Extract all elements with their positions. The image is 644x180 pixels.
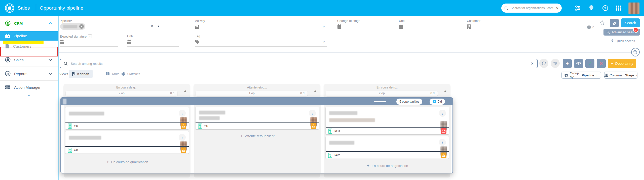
pipeline-caret-icon[interactable]: ▼ xyxy=(157,25,160,27)
change-of-stage-calendar-icon[interactable] xyxy=(337,24,342,29)
sidebar-item-label: Customers xyxy=(13,44,31,48)
apps-grid-icon[interactable] xyxy=(614,0,624,16)
activity-caret-icon[interactable]: ▽ xyxy=(323,25,325,28)
chip-remove-icon[interactable]: ✕ xyxy=(79,24,84,29)
pipeline-filter-chip[interactable]: ✕ xyxy=(60,23,85,30)
quick-access-button[interactable]: Quick access xyxy=(611,39,635,43)
warning-badge-icon[interactable] xyxy=(181,147,186,153)
column-duration: 0 d xyxy=(300,92,305,95)
field-underline xyxy=(60,32,179,32)
customer-caret-icon[interactable]: ▽ xyxy=(592,25,594,28)
warning-badge-icon[interactable] xyxy=(181,123,186,129)
results-search-bar[interactable]: ✕ xyxy=(60,59,538,68)
sidebar-item-crm[interactable]: CRM xyxy=(0,19,58,28)
until2-calendar-icon[interactable] xyxy=(127,40,131,44)
split-button[interactable]: ÷ xyxy=(563,59,572,68)
group-by-button[interactable]: Group by: Pipeline ▼ xyxy=(561,72,601,79)
clear-search-icon[interactable]: ✕ xyxy=(556,6,559,10)
filter-label-until-2: Until xyxy=(127,35,133,38)
sort-button[interactable] xyxy=(551,59,560,68)
tab-kanban[interactable]: Kanban xyxy=(69,70,93,78)
opportunity-card[interactable]: ⋮ $ k€2 xyxy=(326,136,449,159)
preferences-sliders-icon[interactable] xyxy=(573,0,583,16)
redacted-card-title xyxy=(329,111,357,115)
refresh-icon xyxy=(542,61,546,66)
kebab-menu-icon[interactable]: ⋮ xyxy=(439,110,446,117)
quick-access-label: Quick access xyxy=(616,39,635,43)
columns-label: Columns: xyxy=(610,73,623,77)
divide-icon: ÷ xyxy=(566,61,569,67)
warning-badge-icon[interactable] xyxy=(441,153,446,158)
sidebar-item-action-manager[interactable]: Action Manager xyxy=(0,82,58,92)
column-header-qualification[interactable]: En cours de q... 2 op 0 d ◀ xyxy=(64,84,190,97)
search-button[interactable]: Search xyxy=(621,18,640,27)
column-header-negociation[interactable]: En cours de n... 2 op 0 d ◀ xyxy=(324,84,450,97)
sidebar-item-pipeline[interactable]: Pipeline xyxy=(0,31,58,41)
warning-badge-icon[interactable] xyxy=(311,123,316,129)
chevron-up-icon[interactable] xyxy=(49,22,52,24)
until-calendar-icon[interactable] xyxy=(399,24,403,29)
mail-badge-icon[interactable] xyxy=(441,128,446,134)
opportunity-card[interactable]: ⋮ $ k€3 xyxy=(326,107,449,134)
column-header-attente[interactable]: Attente retou... 1 op 0 d ◀ xyxy=(194,84,320,97)
global-search-input[interactable] xyxy=(510,6,554,10)
card-footer: $ €0 xyxy=(65,146,189,154)
compare-button[interactable] xyxy=(574,59,583,68)
user-avatar[interactable] xyxy=(628,3,639,14)
kebab-menu-icon[interactable]: ⋮ xyxy=(179,110,186,117)
sidebar-item-label: Action Manager xyxy=(14,85,41,89)
collapse-filters-button[interactable] xyxy=(631,48,640,56)
svg-text:$: $ xyxy=(69,150,70,152)
filter-label-pipeline: Pipeline* xyxy=(60,19,72,23)
activity-field[interactable]: ... xyxy=(195,25,204,29)
clear-filters-button[interactable] xyxy=(610,19,619,27)
kebab-menu-icon[interactable]: ⋮ xyxy=(439,139,446,146)
dropdown-box-icon[interactable]: ▼ xyxy=(88,35,92,38)
confirm-button[interactable]: ✓ xyxy=(585,59,594,68)
sidebar-item-sales[interactable]: Sales xyxy=(0,55,58,65)
views-label: Views xyxy=(59,72,68,76)
tab-statistics[interactable]: Statistics xyxy=(118,70,143,78)
tag-field[interactable]: ... xyxy=(195,40,204,44)
collapse-column-icon[interactable]: ◀ xyxy=(314,89,316,93)
plus-icon: + xyxy=(611,61,613,66)
new-opportunity-button[interactable]: + Opportunity xyxy=(608,59,636,68)
clear-results-icon[interactable]: ✕ xyxy=(531,62,534,66)
sidebar-divider xyxy=(0,67,58,67)
kanban-column-qualification: ⋮ $ €0 ⋮ $ €0 + En cour xyxy=(64,105,191,173)
add-opportunity-qualification[interactable]: + En cours de qualification xyxy=(64,160,191,164)
pipeline-clear-icon[interactable]: ✕ xyxy=(150,24,154,28)
global-search[interactable]: ✕ xyxy=(501,4,562,13)
columns-button[interactable]: Columns: Stage ▼ xyxy=(604,72,637,79)
sidebar-item-reports[interactable]: Reports xyxy=(0,69,58,79)
customer-field[interactable]: ... xyxy=(467,24,475,29)
field-underline xyxy=(467,32,586,32)
chevron-down-icon[interactable] xyxy=(49,59,52,61)
lightbulb-icon[interactable] xyxy=(586,0,596,16)
kanban-column-negociation: ⋮ $ k€3 ⋮ $ k€2 + En co xyxy=(324,105,451,173)
expected-signature-calendar-icon[interactable] xyxy=(60,40,64,44)
favorite-star-icon[interactable] xyxy=(600,20,605,25)
plus-icon: + xyxy=(106,160,109,164)
opportunity-card[interactable]: ⋮ $ €0 xyxy=(65,131,189,154)
kebab-menu-icon[interactable]: ⋮ xyxy=(309,110,316,117)
group-duration-text: 0 d xyxy=(438,100,442,103)
help-icon[interactable]: ? xyxy=(600,0,610,16)
collapse-column-icon[interactable]: ◀ xyxy=(184,89,186,93)
tag-caret-icon[interactable]: ▽ xyxy=(323,40,325,43)
sidebar-item-customers[interactable]: Customers xyxy=(0,42,58,50)
sidebar-collapse-button[interactable]: « xyxy=(0,92,58,99)
chevron-down-icon[interactable] xyxy=(49,73,52,75)
kebab-menu-icon[interactable]: ⋮ xyxy=(179,134,186,141)
reject-button[interactable]: ✕ xyxy=(597,59,606,68)
results-search-input[interactable] xyxy=(70,62,528,66)
group-header-band[interactable]: 5 opportunities 0 d xyxy=(61,98,452,105)
opportunity-card[interactable]: ⋮ $ €0 xyxy=(196,107,319,129)
refresh-button[interactable] xyxy=(539,59,548,68)
add-opportunity-attente[interactable]: + Attente retour client xyxy=(194,134,321,138)
add-opportunity-negociation[interactable]: + En cours de négociation xyxy=(324,163,451,168)
collapse-column-icon[interactable]: ◀ xyxy=(444,89,446,93)
column-title: Attente retou... xyxy=(194,86,320,89)
info-icon[interactable]: i xyxy=(587,25,591,29)
opportunity-card[interactable]: ⋮ $ €0 xyxy=(65,107,189,129)
